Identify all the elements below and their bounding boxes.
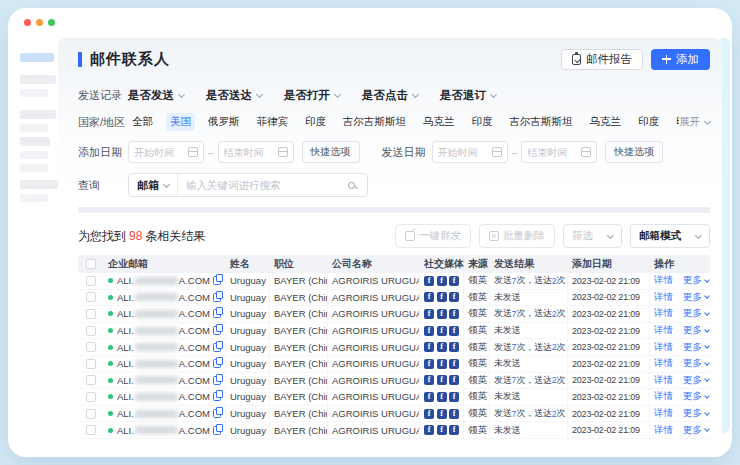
facebook-icon[interactable] [449,359,459,369]
row-checkbox[interactable] [86,326,96,336]
row-checkbox[interactable] [86,375,96,385]
filter-dropdown-4[interactable]: 是否点击 [362,88,418,103]
sidebar-item[interactable] [20,194,48,202]
facebook-icon[interactable] [449,409,459,419]
more-link[interactable]: 更多 [683,424,709,437]
country-chip[interactable]: 印度 [301,113,330,131]
facebook-icon[interactable] [449,326,459,336]
copy-icon[interactable] [213,326,221,335]
sidebar-item[interactable] [20,89,48,97]
select-all-checkbox[interactable] [86,259,96,269]
copy-icon[interactable] [213,376,221,385]
more-link[interactable]: 更多 [683,341,709,354]
row-checkbox[interactable] [86,276,96,286]
facebook-icon[interactable] [424,375,434,385]
copy-icon[interactable] [213,426,221,435]
mode-select[interactable]: 邮箱模式 [630,224,710,248]
country-chip[interactable]: 印度 [672,113,679,131]
more-link[interactable]: 更多 [683,324,709,337]
row-checkbox[interactable] [86,309,96,319]
country-chip[interactable]: 吉尔吉斯斯坦 [506,113,577,131]
country-chip[interactable]: 美国 [166,113,195,131]
facebook-icon[interactable] [437,342,447,352]
sidebar-item[interactable] [20,180,58,189]
more-link[interactable]: 更多 [683,407,709,420]
country-chip[interactable]: 乌克兰 [419,113,459,131]
facebook-icon[interactable] [449,392,459,402]
copy-icon[interactable] [213,293,221,302]
country-chip[interactable]: 菲律宾 [253,113,293,131]
facebook-icon[interactable] [449,425,459,435]
facebook-icon[interactable] [424,392,434,402]
facebook-icon[interactable] [437,276,447,286]
country-chip[interactable]: 俄罗斯 [204,113,244,131]
facebook-icon[interactable] [424,342,434,352]
maximize-window-icon[interactable] [48,19,55,26]
sidebar-item[interactable] [20,151,48,159]
sidebar-item[interactable] [20,124,48,132]
facebook-icon[interactable] [424,309,434,319]
row-checkbox[interactable] [86,409,96,419]
facebook-icon[interactable] [424,425,434,435]
row-checkbox[interactable] [86,425,96,435]
filter-dropdown-2[interactable]: 是否送达 [206,88,262,103]
row-checkbox[interactable] [86,292,96,302]
copy-icon[interactable] [213,409,221,418]
row-checkbox[interactable] [86,342,96,352]
row-checkbox[interactable] [86,359,96,369]
facebook-icon[interactable] [424,409,434,419]
detail-link[interactable]: 详情 [654,390,673,403]
add-date-start-input[interactable] [128,141,204,163]
country-chip[interactable]: 印度 [634,113,663,131]
more-link[interactable]: 更多 [683,307,709,320]
facebook-icon[interactable] [424,276,434,286]
facebook-icon[interactable] [437,409,447,419]
facebook-icon[interactable] [449,309,459,319]
minimize-window-icon[interactable] [36,19,43,26]
country-chip[interactable]: 乌克兰 [586,113,626,131]
send-date-end-input[interactable] [521,141,597,163]
search-icon[interactable] [348,182,355,189]
start-time-field[interactable] [134,147,188,158]
detail-link[interactable]: 详情 [654,274,673,287]
copy-icon[interactable] [213,392,221,401]
facebook-icon[interactable] [437,392,447,402]
facebook-icon[interactable] [449,342,459,352]
filter-dropdown-3[interactable]: 是否打开 [284,88,340,103]
more-link[interactable]: 更多 [683,374,709,387]
facebook-icon[interactable] [424,292,434,302]
detail-link[interactable]: 详情 [654,357,673,370]
detail-link[interactable]: 详情 [654,407,673,420]
facebook-icon[interactable] [424,359,434,369]
expand-link[interactable]: 展开 [679,115,710,129]
filter-dropdown-5[interactable]: 是否退订 [440,88,496,103]
row-checkbox[interactable] [86,392,96,402]
facebook-icon[interactable] [449,292,459,302]
detail-link[interactable]: 详情 [654,424,673,437]
facebook-icon[interactable] [437,425,447,435]
copy-icon[interactable] [213,276,221,285]
query-type-select[interactable]: 邮箱 [129,174,178,196]
more-link[interactable]: 更多 [683,390,709,403]
more-link[interactable]: 更多 [683,274,709,287]
more-link[interactable]: 更多 [683,357,709,370]
close-window-icon[interactable] [24,19,31,26]
facebook-icon[interactable] [449,375,459,385]
search-input[interactable] [178,179,348,191]
quick-options-button[interactable]: 快捷选项 [302,141,360,163]
quick-options-button[interactable]: 快捷选项 [605,141,663,163]
facebook-icon[interactable] [437,359,447,369]
filter-dropdown-1[interactable]: 是否发送 [128,88,184,103]
country-chip[interactable]: 吉尔吉斯斯坦 [339,113,410,131]
sidebar-item[interactable] [20,164,48,172]
facebook-icon[interactable] [424,326,434,336]
detail-link[interactable]: 详情 [654,307,673,320]
detail-link[interactable]: 详情 [654,324,673,337]
start-time-field[interactable] [438,147,492,158]
detail-link[interactable]: 详情 [654,341,673,354]
sidebar-item[interactable] [20,137,50,146]
detail-link[interactable]: 详情 [654,374,673,387]
end-time-field[interactable] [527,147,581,158]
detail-link[interactable]: 详情 [654,291,673,304]
facebook-icon[interactable] [437,309,447,319]
